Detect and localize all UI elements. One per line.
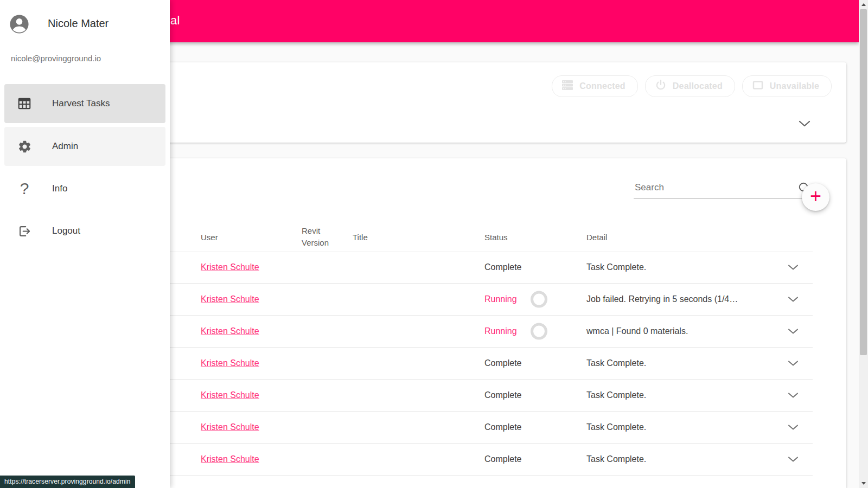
status-text: Complete — [484, 358, 521, 368]
status-text: Running — [484, 326, 517, 336]
column-header-title: Title — [353, 233, 368, 242]
detail-text: Task Complete. — [586, 390, 646, 400]
chevron-down-icon[interactable] — [788, 329, 799, 335]
power-icon — [654, 79, 667, 94]
connected-button[interactable]: Connected — [552, 75, 637, 97]
sidebar-item-label: Info — [52, 183, 67, 194]
sidebar-item-harvest-tasks[interactable]: Harvest Tasks — [4, 84, 165, 123]
expand-panel-chevron-down-icon[interactable] — [799, 120, 810, 127]
scrollbar-up-arrow[interactable] — [859, 0, 868, 9]
chevron-down-icon[interactable] — [788, 425, 799, 431]
server-stack-icon — [561, 79, 574, 94]
app-bar-title-fragment: al — [170, 14, 180, 28]
navigation-drawer: Nicole Mater nicole@provingground.io Har… — [0, 0, 170, 488]
user-email: nicole@provingground.io — [11, 54, 101, 63]
sidebar-item-label: Logout — [52, 226, 80, 236]
chevron-down-icon[interactable] — [788, 297, 799, 303]
user-link[interactable]: Kristen Schulte — [201, 262, 259, 272]
sidebar-item-admin[interactable]: Admin — [4, 127, 165, 166]
vertical-scrollbar[interactable] — [859, 0, 868, 488]
status-text: Complete — [484, 262, 521, 272]
detail-text: wmca | Found 0 materials. — [586, 326, 688, 336]
sidebar-item-info[interactable]: ? Info — [4, 169, 165, 208]
column-header-user: User — [201, 233, 218, 242]
progress-spinner-icon — [531, 291, 547, 308]
sidebar-item-label: Admin — [52, 141, 78, 152]
gear-icon — [14, 139, 35, 154]
deallocated-button-label: Deallocated — [673, 81, 723, 91]
column-header-detail: Detail — [586, 233, 607, 242]
detail-text: Task Complete. — [586, 422, 646, 432]
unavailable-button-label: Unavailable — [770, 81, 819, 91]
browser-status-url: https://tracerserver.provingground.io/ad… — [0, 476, 135, 488]
unavailable-button[interactable]: Unavailable — [742, 75, 832, 97]
sidebar-item-label: Harvest Tasks — [52, 98, 110, 109]
column-header-revit-version: Revit Version — [302, 225, 337, 249]
detail-text: Task Complete. — [586, 454, 646, 464]
progress-spinner-icon — [531, 323, 547, 340]
chevron-down-icon[interactable] — [788, 393, 799, 399]
user-link[interactable]: Kristen Schulte — [201, 358, 259, 368]
user-link[interactable]: Kristen Schulte — [201, 390, 259, 400]
connected-button-label: Connected — [579, 81, 625, 91]
table-grid-icon — [14, 96, 35, 111]
sidebar-item-logout[interactable]: Logout — [4, 211, 165, 251]
add-task-button[interactable]: + — [802, 183, 829, 211]
square-monitor-icon — [751, 79, 764, 94]
status-text: Complete — [484, 454, 521, 464]
column-header-status: Status — [484, 233, 508, 242]
user-link[interactable]: Kristen Schulte — [201, 422, 259, 432]
status-text: Complete — [484, 422, 521, 432]
chevron-down-icon[interactable] — [788, 457, 799, 463]
detail-text: Task Complete. — [586, 358, 646, 368]
deallocated-button[interactable]: Deallocated — [645, 75, 735, 97]
logout-icon — [14, 224, 35, 239]
user-name: Nicole Mater — [48, 17, 108, 30]
user-link[interactable]: Kristen Schulte — [201, 454, 259, 464]
chevron-down-icon[interactable] — [788, 361, 799, 367]
status-text: Running — [484, 294, 517, 304]
user-link[interactable]: Kristen Schulte — [201, 326, 259, 336]
status-text: Complete — [484, 390, 521, 400]
machine-filter-buttons: Connected Deallocated Unavailable — [552, 75, 832, 97]
user-link[interactable]: Kristen Schulte — [201, 294, 259, 304]
chevron-down-icon[interactable] — [788, 265, 799, 271]
detail-text: Job failed. Retrying in 5 seconds (1/4… — [586, 294, 738, 304]
search-input[interactable] — [634, 178, 809, 198]
user-avatar-icon — [8, 13, 30, 35]
scrollbar-thumb[interactable] — [860, 9, 867, 355]
detail-text: Task Complete. — [586, 262, 646, 272]
search-field — [634, 178, 813, 201]
scrollbar-down-arrow[interactable] — [859, 479, 868, 488]
